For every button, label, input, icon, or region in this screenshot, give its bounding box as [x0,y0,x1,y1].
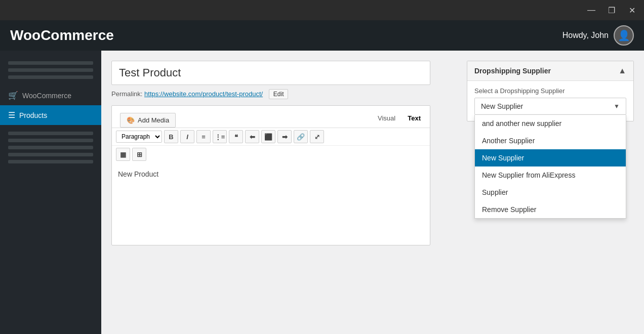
avatar-icon: 👤 [618,29,630,41]
sidebar-item-woocommerce[interactable]: 🛒 WooCommerce [0,86,101,105]
sidebar-woocommerce-label: WooCommerce [22,92,71,100]
sidebar-line-7 [8,153,93,156]
woocommerce-icon: 🛒 [8,91,18,100]
header-bar: WooCommerce Howdy, John 👤 [0,20,644,51]
sidebar-line-3 [8,75,93,79]
supplier-dropdown-wrapper: New Supplier ▼ and another new supplier … [474,98,626,115]
sidebar-item-products[interactable]: ☰ Products [0,105,101,125]
main-layout: 🛒 WooCommerce ☰ Products Permalink: http… [0,51,644,334]
link-button[interactable]: 🔗 [294,130,308,143]
align-right-button[interactable]: ➡ [277,130,292,143]
sidebar-extra-lines [0,125,101,170]
unordered-list-button[interactable]: ≡ [196,130,211,143]
sidebar: 🛒 WooCommerce ☰ Products [0,51,101,334]
dropdown-option-1[interactable]: Another Supplier [475,132,626,149]
paragraph-select[interactable]: Paragraph [116,131,162,143]
sidebar-products-label: Products [19,111,47,119]
sidebar-line-8 [8,160,93,163]
dropdown-option-4[interactable]: Supplier [475,184,626,201]
editor-text: New Product [118,170,158,178]
dropdown-option-2[interactable]: New Supplier [475,149,626,166]
panel-body: Select a Dropshipping Supplier New Suppl… [467,81,633,121]
table-edit-button[interactable]: ⊞ [132,148,146,161]
toolbar-row-2: ▦ ⊞ [112,146,430,164]
align-left-button[interactable]: ⬅ [245,130,259,143]
product-title-input[interactable] [111,61,430,85]
editor-content[interactable]: New Product [112,164,430,245]
sidebar-line-5 [8,139,93,142]
table-insert-button[interactable]: ▦ [116,148,130,161]
right-panel: Dropshipping Supplier ▲ Select a Dropshi… [467,61,634,121]
maximize-button[interactable]: ❐ [606,4,618,16]
panel-collapse-button[interactable]: ▲ [618,66,626,75]
sidebar-line-1 [8,61,93,65]
sidebar-line-6 [8,146,93,149]
tab-text[interactable]: Text [402,112,426,124]
add-media-label: Add Media [138,116,169,124]
dropdown-arrow-icon: ▼ [614,103,620,110]
panel-title: Dropshipping Supplier [474,67,551,75]
close-button[interactable]: ✕ [626,4,638,16]
app-logo: WooCommerce [10,27,114,44]
italic-button[interactable]: I [180,130,194,143]
toolbar-row-1: Paragraph B I ≡ ⋮≡ ❝ ⬅ ⬛ ➡ 🔗 ⤢ [112,128,430,146]
sidebar-line-2 [8,68,93,72]
supplier-dropdown-menu: and another new supplier Another Supplie… [474,115,626,219]
dropshipping-panel: Dropshipping Supplier ▲ Select a Dropshi… [467,61,634,121]
dropdown-option-3[interactable]: New Supplier from AliExpress [475,166,626,184]
title-bar: — ❐ ✕ [0,0,644,20]
fullscreen-button[interactable]: ⤢ [310,130,324,143]
header-user: Howdy, John 👤 [562,25,634,46]
content-area: Permalink: https://website.com/product/t… [101,51,644,334]
supplier-select-label: Select a Dropshipping Supplier [474,87,626,95]
panel-header: Dropshipping Supplier ▲ [467,61,633,81]
user-greeting: Howdy, John [562,31,609,40]
add-media-icon: 🎨 [127,116,135,124]
blockquote-button[interactable]: ❝ [229,130,243,143]
permalink-edit-button[interactable]: Edit [269,89,289,99]
dropdown-option-5[interactable]: Remove Supplier [475,201,626,218]
tab-visual[interactable]: Visual [373,112,400,124]
supplier-dropdown-trigger[interactable]: New Supplier ▼ [474,98,626,115]
ordered-list-button[interactable]: ⋮≡ [213,130,227,143]
sidebar-nav-lines [0,55,101,86]
editor-box: 🎨 Add Media Visual Text Paragraph B I ≡ … [111,105,430,245]
minimize-button[interactable]: — [585,4,597,16]
permalink-label: Permalink: [111,90,142,98]
align-center-button[interactable]: ⬛ [261,130,275,143]
permalink-url[interactable]: https://website.com/product/test-product… [144,90,263,98]
products-icon: ☰ [8,110,15,120]
dropdown-option-0[interactable]: and another new supplier [475,115,626,132]
bold-button[interactable]: B [164,130,178,143]
add-media-button[interactable]: 🎨 Add Media [120,113,176,128]
sidebar-line-4 [8,132,93,135]
supplier-selected-value: New Supplier [481,102,523,110]
avatar: 👤 [614,25,634,46]
